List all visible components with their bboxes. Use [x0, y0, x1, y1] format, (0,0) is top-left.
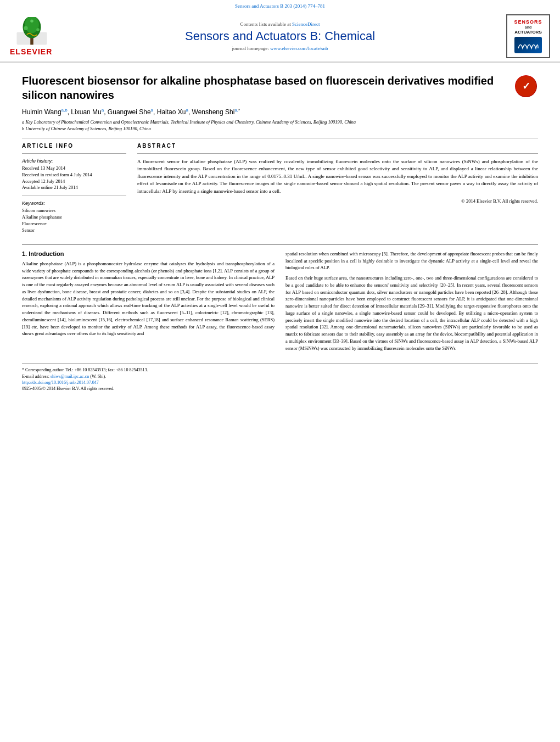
- journal-header: ELSEVIER Contents lists available at Sci…: [0, 10, 560, 63]
- doi-line: http://dx.doi.org/10.1016/j.snb.2014.07.…: [22, 380, 538, 386]
- elsevier-wordmark: ELSEVIER: [10, 47, 52, 56]
- svg-rect-1: [30, 37, 33, 44]
- copyright-line: © 2014 Elsevier B.V. All rights reserved…: [137, 198, 538, 204]
- info-divider: [22, 153, 126, 154]
- body-col-left: 1. Introduction Alkaline phosphatase (AL…: [22, 250, 275, 355]
- article-footer: * Corresponding author. Tel.: +86 10 825…: [22, 363, 538, 392]
- affiliation-2: b University of Chinese Academy of Scien…: [22, 126, 538, 132]
- journal-homepage-link[interactable]: www.elsevier.com/locate/snb: [270, 46, 328, 51]
- article-title-section: Fluorescent biosensor for alkaline phosp…: [22, 68, 538, 102]
- sensors-wave-icon: [517, 38, 539, 52]
- crossmark-svg: ✓: [515, 75, 537, 97]
- keywords-divider: [22, 196, 126, 196]
- abstract-section: ABSTRACT A fluorescent sensor for alkali…: [137, 143, 538, 238]
- article-info-heading: ARTICLE INFO: [22, 143, 126, 149]
- citation-bar: Sensors and Actuators B 203 (2014) 774–7…: [0, 0, 560, 10]
- article-history: Article history: Received 13 May 2014 Re…: [22, 158, 126, 192]
- body-col-right: spatial resolution when combined with mi…: [285, 250, 538, 355]
- citation-text: Sensors and Actuators B 203 (2014) 774–7…: [235, 3, 325, 9]
- article-title: Fluorescent biosensor for alkaline phosp…: [22, 74, 505, 102]
- abstract-heading: ABSTRACT: [137, 143, 538, 149]
- accepted-date: Accepted 12 July 2014: [22, 178, 126, 185]
- elsevier-logo: ELSEVIER: [10, 17, 54, 56]
- keyword-1: Silicon nanowires: [22, 208, 126, 214]
- keywords-heading: Keywords:: [22, 200, 126, 206]
- svg-point-4: [24, 26, 27, 30]
- keyword-2: Alkaline phosphatase: [22, 214, 126, 221]
- body-para-2: spatial resolution when combined with mi…: [285, 250, 538, 271]
- contents-line: Contents lists available at ScienceDirec…: [65, 21, 495, 27]
- sensors-actuators-logo: SENSORS and ACTUATORS: [506, 14, 550, 58]
- affiliations: a Key Laboratory of Photochemical Conver…: [22, 119, 538, 132]
- svg-point-5: [36, 28, 40, 31]
- email-link[interactable]: shiws@mail.ipc.ac.cn: [51, 374, 89, 379]
- sciencedirect-link[interactable]: ScienceDirect: [292, 21, 320, 27]
- section-1-heading: 1. Introduction: [22, 250, 275, 257]
- issn-line: 0925-4005/© 2014 Elsevier B.V. All right…: [22, 386, 538, 392]
- online-date: Available online 21 July 2014: [22, 185, 126, 191]
- sensors-logo-sensors: SENSORS: [514, 19, 542, 25]
- received-date: Received 13 May 2014: [22, 165, 126, 172]
- doi-link[interactable]: http://dx.doi.org/10.1016/j.snb.2014.07.…: [22, 380, 99, 385]
- abstract-divider: [137, 153, 538, 154]
- email-address: E-mail address: shiws@mail.ipc.ac.cn (W.…: [22, 373, 538, 380]
- article-content: Fluorescent biosensor for alkaline phosp…: [0, 63, 560, 397]
- crossmark: ✓: [513, 74, 538, 98]
- crossmark-icon: ✓: [515, 75, 537, 97]
- body-content: 1. Introduction Alkaline phosphatase (AL…: [22, 244, 538, 355]
- body-para-1: Alkaline phosphatase (ALP) is a phosphom…: [22, 260, 275, 337]
- sensors-logo-actuators: ACTUATORS: [514, 30, 541, 35]
- svg-point-6: [30, 19, 33, 23]
- authors-line: Huimin Wanga,b, Lixuan Mua, Guangwei She…: [22, 108, 538, 116]
- affiliation-1: a Key Laboratory of Photochemical Conver…: [22, 119, 538, 126]
- keyword-3: Fluorescence: [22, 221, 126, 227]
- info-abstract-section: ARTICLE INFO Article history: Received 1…: [22, 143, 538, 238]
- section-divider: [22, 138, 538, 138]
- article-info: ARTICLE INFO Article history: Received 1…: [22, 143, 126, 238]
- corresponding-author: * Corresponding author. Tel.: +86 10 825…: [22, 367, 538, 373]
- body-para-3: Based on their huge surface area, the na…: [285, 275, 538, 352]
- sensors-logo-graphic: [514, 37, 542, 53]
- journal-homepage: journal homepage: www.elsevier.com/locat…: [65, 46, 495, 51]
- elsevier-tree-icon: [10, 17, 54, 47]
- header-center: Contents lists available at ScienceDirec…: [54, 21, 506, 51]
- keyword-4: Sensor: [22, 227, 126, 234]
- abstract-text: A fluorescent sensor for alkaline phosph…: [137, 158, 538, 196]
- revised-date: Received in revised form 4 July 2014: [22, 172, 126, 178]
- journal-title: Sensors and Actuators B: Chemical: [65, 29, 495, 43]
- page: Sensors and Actuators B 203 (2014) 774–7…: [0, 0, 560, 742]
- keywords-section: Keywords: Silicon nanowires Alkaline pho…: [22, 200, 126, 234]
- svg-text:✓: ✓: [522, 81, 530, 92]
- sensors-logo-and: and: [525, 25, 531, 29]
- history-heading: Article history:: [22, 158, 126, 164]
